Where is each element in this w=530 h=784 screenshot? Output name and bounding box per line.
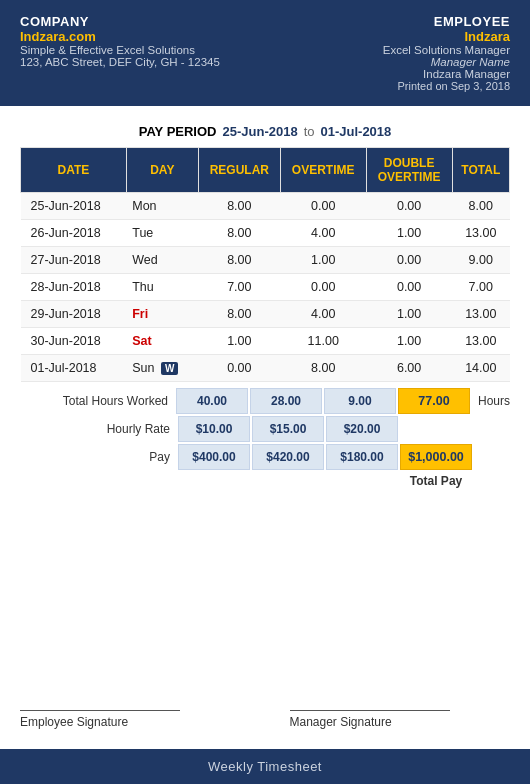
company-address: 123, ABC Street, DEF City, GH - 12345 xyxy=(20,56,220,68)
day-cell: Sat xyxy=(126,328,198,355)
manager-label: Manager Name xyxy=(383,56,510,68)
double-ot-rate-cell: $20.00 xyxy=(326,416,398,442)
regular-hours-cell: 40.00 xyxy=(176,388,248,414)
pay-period-from: 25-Jun-2018 xyxy=(222,124,297,139)
double-ot-cell: 1.00 xyxy=(366,328,452,355)
company-name: Indzara.com xyxy=(20,29,220,44)
col-header-day: DAY xyxy=(126,148,198,193)
company-label: COMPANY xyxy=(20,14,220,29)
manager-name: Indzara Manager xyxy=(383,68,510,80)
overtime-rate-cell: $15.00 xyxy=(252,416,324,442)
double-ot-pay-cell: $180.00 xyxy=(326,444,398,470)
total-pay-cell: $1,000.00 xyxy=(400,444,472,470)
employee-name: Indzara xyxy=(383,29,510,44)
regular-cell: 8.00 xyxy=(198,193,280,220)
pay-label: Pay xyxy=(58,450,178,464)
day-cell: Wed xyxy=(126,247,198,274)
company-info: COMPANY Indzara.com Simple & Effective E… xyxy=(20,14,220,68)
regular-rate-cell: $10.00 xyxy=(178,416,250,442)
employee-title: Excel Solutions Manager xyxy=(383,44,510,56)
total-cell: 14.00 xyxy=(452,355,509,382)
company-tagline: Simple & Effective Excel Solutions xyxy=(20,44,220,56)
table-header-row: DATE DAY REGULAR OVERTIME DOUBLEOVERTIME… xyxy=(21,148,510,193)
col-header-date: DATE xyxy=(21,148,127,193)
day-cell: Tue xyxy=(126,220,198,247)
date-cell: 29-Jun-2018 xyxy=(21,301,127,328)
date-cell: 27-Jun-2018 xyxy=(21,247,127,274)
overtime-cell: 0.00 xyxy=(280,193,366,220)
regular-cell: 7.00 xyxy=(198,274,280,301)
date-cell: 01-Jul-2018 xyxy=(21,355,127,382)
col-header-total: TOTAL xyxy=(452,148,509,193)
hourly-rate-label: Hourly Rate xyxy=(58,422,178,436)
total-pay-label: Total Pay xyxy=(400,472,472,488)
regular-cell: 8.00 xyxy=(198,247,280,274)
regular-cell: 8.00 xyxy=(198,220,280,247)
total-cell: 8.00 xyxy=(452,193,509,220)
table-row: 27-Jun-2018 Wed 8.00 1.00 0.00 9.00 xyxy=(21,247,510,274)
table-row: 30-Jun-2018 Sat 1.00 11.00 1.00 13.00 xyxy=(21,328,510,355)
date-cell: 28-Jun-2018 xyxy=(21,274,127,301)
double-ot-cell: 0.00 xyxy=(366,247,452,274)
pay-row: Pay $400.00 $420.00 $180.00 $1,000.00 xyxy=(20,444,510,470)
col-header-overtime: OVERTIME xyxy=(280,148,366,193)
regular-cell: 8.00 xyxy=(198,301,280,328)
double-ot-cell: 0.00 xyxy=(366,193,452,220)
pay-period-to: 01-Jul-2018 xyxy=(320,124,391,139)
overtime-cell: 4.00 xyxy=(280,301,366,328)
overtime-cell: 4.00 xyxy=(280,220,366,247)
regular-pay-cell: $400.00 xyxy=(178,444,250,470)
regular-cell: 1.00 xyxy=(198,328,280,355)
col-header-double-ot: DOUBLEOVERTIME xyxy=(366,148,452,193)
overtime-cell: 8.00 xyxy=(280,355,366,382)
hourly-rate-row: Hourly Rate $10.00 $15.00 $20.00 xyxy=(20,416,510,442)
overtime-cell: 11.00 xyxy=(280,328,366,355)
total-cell: 9.00 xyxy=(452,247,509,274)
regular-cell: 0.00 xyxy=(198,355,280,382)
hours-unit: Hours xyxy=(472,394,510,408)
footer-title: Weekly Timesheet xyxy=(208,759,322,774)
main-content: PAY PERIOD 25-Jun-2018 to 01-Jul-2018 DA… xyxy=(0,106,530,680)
overtime-pay-cell: $420.00 xyxy=(252,444,324,470)
date-cell: 30-Jun-2018 xyxy=(21,328,127,355)
day-cell: Thu xyxy=(126,274,198,301)
table-row: 29-Jun-2018 Fri 8.00 4.00 1.00 13.00 xyxy=(21,301,510,328)
manager-signature-label: Manager Signature xyxy=(290,715,392,729)
header: COMPANY Indzara.com Simple & Effective E… xyxy=(0,0,530,106)
employee-info: EMPLOYEE Indzara Excel Solutions Manager… xyxy=(383,14,510,92)
footer: Weekly Timesheet xyxy=(0,749,530,784)
total-cell: 13.00 xyxy=(452,301,509,328)
manager-signature-block: Manager Signature xyxy=(290,710,511,729)
total-hours-cell: 77.00 xyxy=(398,388,470,414)
total-hours-row: Total Hours Worked 40.00 28.00 9.00 77.0… xyxy=(20,388,510,414)
double-ot-cell: 6.00 xyxy=(366,355,452,382)
double-ot-cell: 0.00 xyxy=(366,274,452,301)
double-ot-cell: 1.00 xyxy=(366,220,452,247)
table-row: 26-Jun-2018 Tue 8.00 4.00 1.00 13.00 xyxy=(21,220,510,247)
pay-period-label: PAY PERIOD xyxy=(139,124,217,139)
total-cell: 13.00 xyxy=(452,220,509,247)
table-row: 25-Jun-2018 Mon 8.00 0.00 0.00 8.00 xyxy=(21,193,510,220)
employee-signature-block: Employee Signature xyxy=(20,710,241,729)
day-cell: Mon xyxy=(126,193,198,220)
pay-period-row: PAY PERIOD 25-Jun-2018 to 01-Jul-2018 xyxy=(20,116,510,147)
day-cell: Sun W xyxy=(126,355,198,382)
employee-signature-line xyxy=(20,710,180,711)
total-pay-label-row: Total Pay xyxy=(20,472,510,488)
pay-period-to-label: to xyxy=(304,124,315,139)
table-row: 01-Jul-2018 Sun W 0.00 8.00 6.00 14.00 xyxy=(21,355,510,382)
printed-on: Printed on Sep 3, 2018 xyxy=(383,80,510,92)
employee-signature-label: Employee Signature xyxy=(20,715,128,729)
summary-section: Total Hours Worked 40.00 28.00 9.00 77.0… xyxy=(20,388,510,490)
signatures-section: Employee Signature Manager Signature xyxy=(0,680,530,739)
employee-label: EMPLOYEE xyxy=(383,14,510,29)
col-header-regular: REGULAR xyxy=(198,148,280,193)
date-cell: 25-Jun-2018 xyxy=(21,193,127,220)
overtime-cell: 0.00 xyxy=(280,274,366,301)
date-cell: 26-Jun-2018 xyxy=(21,220,127,247)
manager-signature-line xyxy=(290,710,450,711)
day-cell: Fri xyxy=(126,301,198,328)
total-cell: 13.00 xyxy=(452,328,509,355)
overtime-cell: 1.00 xyxy=(280,247,366,274)
total-cell: 7.00 xyxy=(452,274,509,301)
